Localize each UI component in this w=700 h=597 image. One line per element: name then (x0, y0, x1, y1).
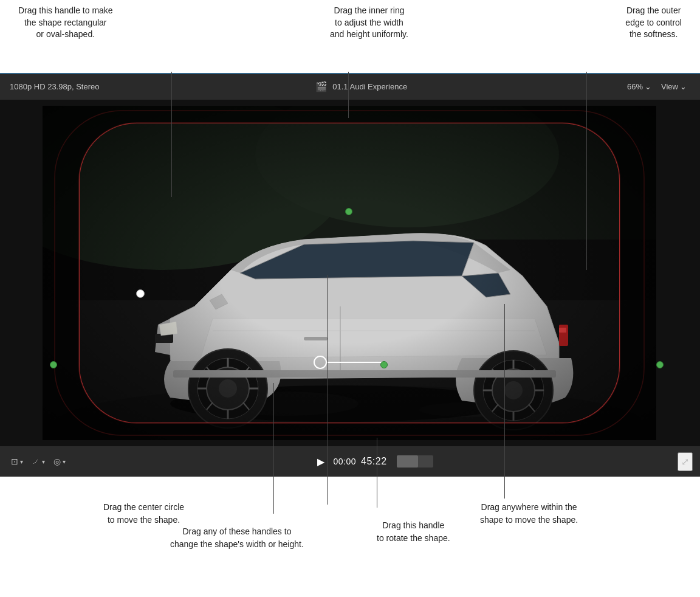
zoom-button[interactable]: 66% ⌄ (623, 81, 655, 92)
video-title-area: 🎬 01.1 Audi Experience (315, 81, 407, 92)
video-format: 1080p HD 23.98p, Stereo (10, 82, 99, 91)
width-handle-right-inner[interactable] (380, 361, 388, 368)
leader-line-within-shape (504, 304, 505, 499)
timecode-main: 45:22 (361, 456, 387, 467)
transform-button[interactable]: ⟋ ▾ (28, 454, 49, 469)
shape-type-handle[interactable] (136, 289, 145, 298)
annotation-inner-ring: Drag the inner ring to adjust the width … (330, 5, 408, 41)
timecode-prefix: 00:00 (333, 457, 356, 466)
chevron-down-icon-5: ▾ (63, 458, 66, 465)
leader-line-top-center (348, 72, 349, 118)
chevron-down-icon: ⌄ (645, 82, 651, 91)
scrubber-area[interactable] (397, 455, 433, 468)
annotation-outer-edge: Drag the outer edge to control the softn… (625, 5, 682, 41)
transform-icon: ⟋ (32, 457, 40, 466)
annotation-rotate-handle: Drag this handle to rotate the shape. (377, 519, 450, 545)
inner-ring-handle-top[interactable] (345, 208, 352, 215)
handle-connector-line (327, 362, 382, 363)
annotation-center-circle: Drag the center circle to move the shape… (103, 501, 184, 526)
speed-button[interactable]: ◎ ▾ (50, 454, 69, 469)
chevron-down-icon-3: ▾ (20, 458, 23, 465)
svg-rect-49 (43, 106, 656, 440)
clapper-icon: 🎬 (315, 81, 328, 92)
softness-handle-right[interactable] (656, 361, 664, 368)
leader-line-top-left (171, 72, 172, 197)
leader-line-bottom-handle (273, 383, 274, 514)
fullscreen-button[interactable]: ⤢ (678, 452, 693, 471)
speed-icon: ◎ (53, 457, 61, 466)
view-button[interactable]: View ⌄ (657, 81, 690, 92)
chevron-down-icon-2: ⌄ (680, 82, 687, 91)
chevron-down-icon-4: ▾ (42, 458, 45, 465)
width-handle-left[interactable] (50, 361, 57, 368)
video-canvas (0, 100, 700, 446)
center-move-handle[interactable] (314, 356, 327, 369)
crop-control-group[interactable]: ⊡ ▾ ⟋ ▾ ◎ ▾ (7, 454, 69, 469)
top-annotation-bar: Drag this handle to make the shape recta… (0, 0, 700, 73)
video-title: 01.1 Audi Experience (332, 82, 407, 91)
video-frame (43, 106, 656, 440)
play-button[interactable]: ▶ (314, 454, 328, 470)
zoom-view-controls[interactable]: 66% ⌄ View ⌄ (623, 81, 690, 92)
annotation-shape-handle: Drag this handle to make the shape recta… (18, 5, 113, 41)
annotation-width-height-handles: Drag any of these handles to change the … (170, 525, 304, 551)
crop-icon: ⊡ (11, 457, 18, 466)
bottom-annotation-bar: Drag the center circle to move the shape… (0, 477, 700, 597)
annotation-drag-within: Drag anywhere within the shape to move t… (480, 501, 578, 526)
player-controls[interactable]: ⊡ ▾ ⟋ ▾ ◎ ▾ ▶ 00:00 45:22 ⤢ (0, 446, 700, 477)
leader-line-rotate (377, 438, 377, 508)
leader-line-top-right (586, 72, 587, 270)
crop-button[interactable]: ⊡ ▾ (7, 454, 27, 469)
player-header: 1080p HD 23.98p, Stereo 🎬 01.1 Audi Expe… (0, 73, 700, 100)
leader-line-center-circle (327, 275, 328, 505)
